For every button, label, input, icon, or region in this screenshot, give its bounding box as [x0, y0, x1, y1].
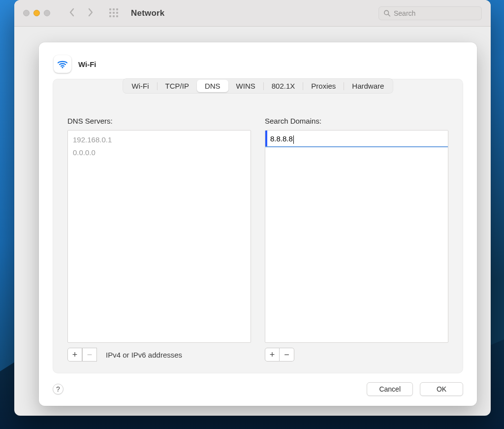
remove-search-domain-button[interactable]: − — [280, 348, 294, 362]
content-card: Wi-Fi TCP/IP DNS WINS 802.1X Proxies Har… — [53, 79, 463, 373]
search-input[interactable] — [378, 6, 482, 20]
tab-tcpip[interactable]: TCP/IP — [158, 80, 197, 92]
dns-servers-list[interactable]: 192.168.0.1 0.0.0.0 — [67, 130, 251, 343]
dns-hint: IPv4 or IPv6 addresses — [106, 351, 182, 359]
search-icon — [383, 9, 391, 17]
dns-servers-column: DNS Servers: 192.168.0.1 0.0.0.0 + − IPv… — [67, 117, 251, 362]
search-domain-editing-row[interactable]: 8.8.8.8 — [265, 131, 448, 147]
remove-dns-server-button[interactable]: − — [82, 348, 97, 362]
search-domains-list[interactable]: 8.8.8.8 — [265, 130, 448, 343]
dns-server-row[interactable]: 192.168.0.1 — [73, 133, 246, 146]
minimize-window-button[interactable] — [33, 10, 40, 16]
system-preferences-window: Network Wi-Fi Wi-Fi — [14, 0, 491, 416]
help-button[interactable]: ? — [53, 384, 63, 395]
search-domain-value: 8.8.8.8 — [270, 134, 293, 143]
advanced-network-sheet: Wi-Fi Wi-Fi TCP/IP DNS WINS 802.1X Proxi… — [39, 42, 477, 406]
window-controls — [23, 10, 50, 16]
svg-point-2 — [62, 66, 63, 68]
tab-hardware[interactable]: Hardware — [344, 80, 392, 92]
ok-button[interactable]: OK — [420, 382, 463, 396]
titlebar: Network — [14, 0, 491, 27]
cancel-button[interactable]: Cancel — [367, 382, 413, 396]
forward-button[interactable] — [84, 7, 97, 20]
wifi-icon — [54, 55, 71, 73]
sheet-title: Wi-Fi — [78, 60, 96, 68]
sheet-header: Wi-Fi — [53, 53, 463, 79]
fullscreen-window-button[interactable] — [44, 10, 50, 16]
back-button[interactable] — [65, 7, 79, 20]
add-dns-server-button[interactable]: + — [67, 348, 82, 362]
dns-servers-label: DNS Servers: — [67, 117, 251, 125]
tab-wifi[interactable]: Wi-Fi — [124, 80, 157, 92]
search-domains-label: Search Domains: — [265, 117, 448, 125]
dns-server-row[interactable]: 0.0.0.0 — [73, 146, 246, 159]
show-all-icon[interactable] — [109, 8, 119, 18]
window-title: Network — [131, 8, 164, 18]
tab-bar: Wi-Fi TCP/IP DNS WINS 802.1X Proxies Har… — [123, 78, 394, 94]
search-field[interactable] — [378, 6, 482, 20]
tab-dns[interactable]: DNS — [197, 80, 228, 92]
sheet-footer: ? Cancel OK — [53, 382, 463, 396]
search-domains-column: Search Domains: 8.8.8.8 + − — [265, 117, 448, 362]
add-search-domain-button[interactable]: + — [265, 348, 280, 362]
tab-wins[interactable]: WINS — [228, 80, 263, 92]
close-window-button[interactable] — [23, 10, 30, 16]
svg-line-1 — [388, 14, 390, 16]
tab-8021x[interactable]: 802.1X — [264, 80, 303, 92]
tab-proxies[interactable]: Proxies — [303, 80, 344, 92]
